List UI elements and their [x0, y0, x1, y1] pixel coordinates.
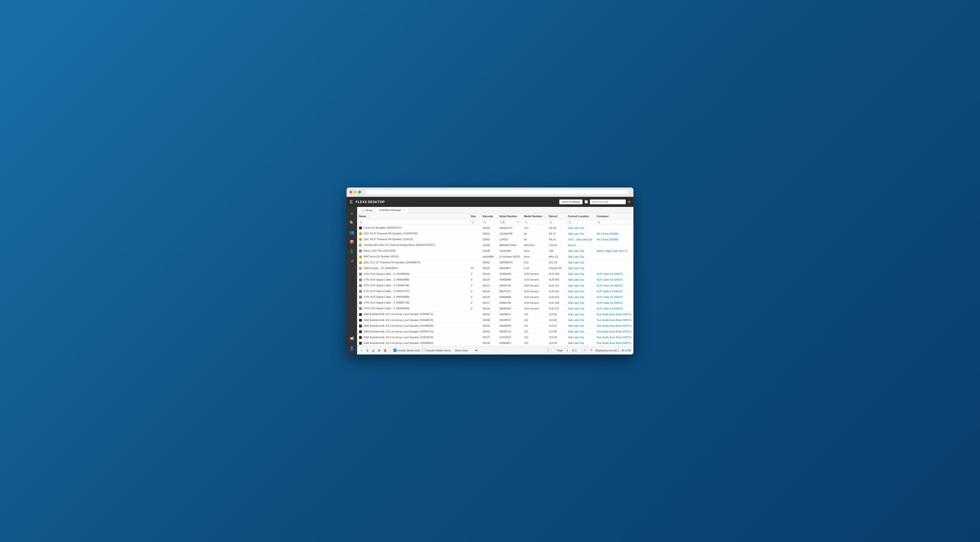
filter-stencil[interactable]: 🔍 — [547, 219, 566, 225]
location-link[interactable]: Salt Lake City — [568, 319, 584, 322]
sidebar-item-inventory[interactable]: 📦 — [348, 238, 356, 246]
table-row[interactable]: 3 Pin XLR Signal Cable - 3' (88574747) 3… — [357, 289, 633, 294]
location-link[interactable]: Salt Lake City — [568, 255, 584, 258]
filter-icon[interactable]: ⊻ — [366, 348, 369, 353]
container-link[interactable]: Absen Flight Case (02177) — [597, 249, 628, 252]
container-link[interactable]: XLR Cable Kit (00037) — [597, 284, 623, 287]
location-link[interactable]: Salt Lake City — [568, 341, 584, 344]
container-link[interactable]: XLR Cable Kit (00037) — [597, 307, 623, 310]
page-prev-button[interactable]: ‹ — [551, 348, 556, 352]
include-hidden-checkbox[interactable] — [422, 349, 425, 352]
location-link[interactable]: Salt Lake City — [568, 249, 584, 252]
filter-serial-clear[interactable]: ✕ — [517, 221, 519, 223]
include-serial-label[interactable]: Include Serial Units — [393, 349, 420, 352]
col-header-serial[interactable]: Serial Number — [497, 214, 522, 219]
location-link[interactable]: Salt Lake City — [568, 226, 584, 230]
filter-model-input[interactable] — [528, 221, 544, 223]
filter-size[interactable]: 🔍 — [469, 219, 480, 225]
filter-barcode[interactable]: 🔍 — [480, 219, 497, 225]
col-header-size[interactable]: Size — [469, 214, 480, 219]
location-link[interactable]: Salt Lake City — [568, 324, 584, 327]
add-button[interactable]: + — [628, 199, 630, 205]
table-row[interactable]: D&B Audiotechnik J12 Line Array Loud Spe… — [357, 340, 633, 346]
col-header-barcode[interactable]: Barcode — [480, 214, 497, 219]
hamburger-menu[interactable]: ☰ — [350, 200, 353, 204]
table-container[interactable]: Name ↑ Size Barcode Serial — [357, 214, 633, 346]
location-link[interactable]: Salt Lake City — [568, 336, 584, 339]
tab-home[interactable]: ⌂ Home — [359, 207, 376, 213]
container-link[interactable]: XLR Cable Kit (00037) — [597, 273, 623, 275]
table-row[interactable]: 3 Pin XLR Signal Cable - 3' (59483746) 3… — [357, 282, 633, 288]
include-serial-checkbox[interactable] — [393, 349, 396, 352]
page-first-button[interactable]: ⟪ — [546, 348, 550, 352]
filter-location[interactable]: 🔍 — [566, 219, 595, 225]
location-link[interactable]: Salt Lake City — [568, 267, 584, 269]
location-link[interactable]: Denver — [568, 244, 576, 247]
feedback-button[interactable]: Send Feedback — [559, 199, 582, 204]
page-next-button[interactable]: › — [578, 348, 582, 352]
barcode-input[interactable] — [590, 199, 626, 204]
filter-model[interactable]: 🔍 — [522, 219, 547, 225]
show-only-select[interactable]: - — [469, 348, 479, 353]
col-header-location[interactable]: Current Location — [566, 214, 595, 219]
tab-inventory-manager[interactable]: Inventory Manager ✕ — [376, 207, 408, 213]
location-link[interactable]: Salt Lake City — [568, 301, 584, 304]
filter-location-input[interactable] — [572, 221, 592, 223]
table-row[interactable]: QSC K8 8" Powered PA Speaker (124578) 02… — [357, 237, 633, 242]
filter-name[interactable]: 🔍 — [357, 219, 469, 225]
col-header-container[interactable]: Container — [595, 214, 633, 219]
minimize-button[interactable] — [354, 191, 356, 193]
sidebar-item-home[interactable]: ⌂ — [348, 209, 356, 217]
container-link[interactable]: Tour Audio Amp Rack (04571) — [597, 341, 632, 344]
col-header-name[interactable]: Name ↑ — [357, 214, 469, 219]
sidebar-item-history[interactable]: ↺ — [348, 257, 356, 265]
refresh-icon[interactable]: ↻ — [590, 349, 593, 352]
table-row[interactable]: D&B Audiotechnik J12 Line Array Loud Spe… — [357, 335, 633, 340]
location-link[interactable]: Salt Lake City — [568, 278, 584, 281]
table-row[interactable]: D&B Audiotechnik J12 Line Array Loud Spe… — [357, 317, 633, 323]
sidebar-item-announcements[interactable]: 📢 — [348, 335, 356, 343]
page-last-button[interactable]: ⟫ — [583, 348, 587, 352]
col-header-model[interactable]: Model Number ↓ — [522, 214, 547, 219]
sidebar-item-user[interactable]: 👤 — [348, 344, 356, 352]
table-row[interactable]: QSC K12 12" Powered PA Speaker (20394857… — [357, 260, 633, 265]
container-link[interactable]: Tour Audio Amp Rack (04571) — [597, 330, 632, 333]
location-link[interactable]: Salt Lake City — [568, 296, 584, 298]
sidebar-item-people[interactable]: 👥 — [348, 228, 356, 237]
location-link[interactable]: Salt Lake City — [568, 261, 584, 264]
location-link[interactable]: Salt Lake City — [568, 313, 584, 316]
delete-icon[interactable]: 🗑 — [383, 348, 387, 353]
location-link[interactable]: Salt Lake City — [568, 232, 584, 235]
filter-serial[interactable]: 🔍 ✕ — [497, 219, 522, 225]
filter-container-input[interactable] — [600, 221, 631, 223]
container-link[interactable]: XLR Cable Kit (00037) — [597, 290, 623, 293]
container-link[interactable]: K8 2-Pack (03288) — [597, 238, 619, 241]
filter-serial-input[interactable] — [503, 221, 516, 223]
container-link[interactable]: XLR Cable Kit (00037) — [597, 301, 623, 304]
filter-stencil-input[interactable] — [553, 221, 563, 223]
col-header-stencil[interactable]: Stencil — [547, 214, 566, 219]
container-link[interactable]: Tour Audio Amp Rack (04571) — [597, 319, 632, 322]
page-number-input[interactable] — [564, 348, 571, 352]
table-row[interactable]: D&B Audiotechnik J12 Line Array Loud Spe… — [357, 311, 633, 317]
container-link[interactable]: Tour Audio Amp Rack (04571) — [597, 313, 632, 316]
close-button[interactable] — [350, 191, 352, 193]
table-row[interactable]: Absen LED Tile (10101005) 03108 10101005… — [357, 248, 633, 254]
table-row[interactable]: QSC K8 8" Powered PA Speaker (123456789)… — [357, 231, 633, 237]
filter-container[interactable]: 🔍 — [595, 219, 633, 225]
add-item-icon[interactable]: ＋ — [360, 348, 364, 353]
table-row[interactable]: 3 Pin XLR Signal Cable - 3' (30495849) 3… — [357, 271, 633, 277]
location-link[interactable]: Salt Lake City — [568, 330, 584, 333]
sidebar-item-search[interactable]: 🔍 — [348, 218, 356, 227]
table-row[interactable]: 3 Pin XLR Signal Cable - 3' (99585994) 3… — [357, 306, 633, 311]
maximize-button[interactable] — [358, 191, 361, 193]
filter-barcode-input[interactable] — [487, 221, 495, 223]
location-link[interactable]: Salt Lake City — [568, 307, 584, 310]
table-row[interactable]: 3 Pin XLR Signal Cable - 3' (95884738) 3… — [357, 300, 633, 306]
table-row[interactable]: 3 Pin XLR Signal Cable - 3' (94958888) 3… — [357, 294, 633, 300]
location-link[interactable]: OOC - Salt Lake City — [568, 238, 593, 241]
container-link[interactable]: XLR Cable Kit (00037) — [597, 278, 623, 281]
location-link[interactable]: Salt Lake City — [568, 290, 584, 293]
settings-icon[interactable]: ⚙ — [377, 348, 381, 353]
print-icon[interactable]: 🖨 — [371, 348, 375, 353]
